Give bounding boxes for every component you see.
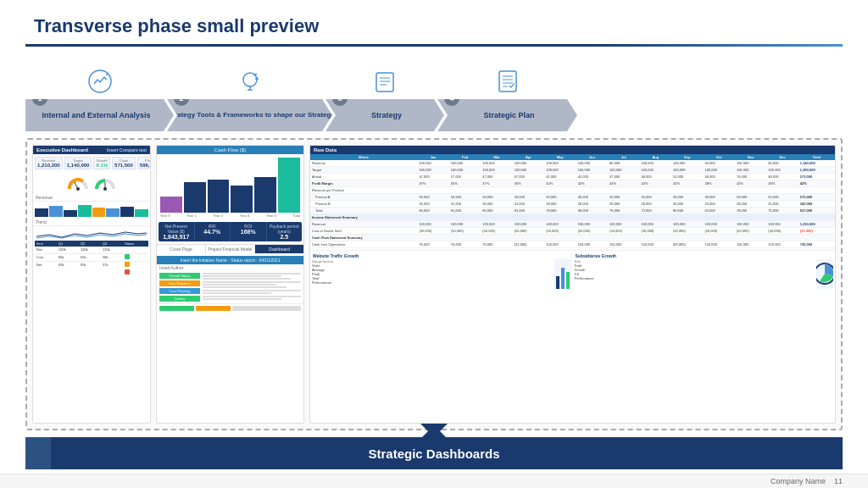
progress-green xyxy=(159,306,194,311)
cf-bar-3 xyxy=(231,186,253,214)
col-total: Total xyxy=(798,154,835,160)
gauge-labels: Gauge factors Visits Average Peak Total … xyxy=(312,259,571,290)
status-report-header: Insert the Initiative Name - Status repo… xyxy=(157,256,303,264)
bar-3 xyxy=(64,210,77,217)
col-dec: Dec xyxy=(766,154,798,160)
subsidiary-data: Sub Total Growth 3.0 Performance xyxy=(575,259,834,290)
kpi-npv: Net Present Value ($) 1,843,917 xyxy=(159,222,195,241)
gauge-1 xyxy=(66,174,90,192)
card4-header: Raw Data xyxy=(310,146,835,154)
col-jan: Jan xyxy=(417,154,448,160)
phase-2-icon xyxy=(237,69,263,94)
card1-line-chart xyxy=(33,226,150,239)
status-report-title: Insert the Initiative Name - Status repo… xyxy=(181,258,281,263)
col-header-1: Item xyxy=(36,241,58,246)
col-oct: Oct xyxy=(703,154,734,160)
card-cashflow: Cash Flow ($) Year 0 Year 1 xyxy=(156,145,304,424)
card1-title: Executive Dashboard xyxy=(36,147,88,152)
table-row: Revenue 100,000100,000100,000 100,000100… xyxy=(310,221,835,228)
card-executive-dashboard: Executive Dashboard Insert Compare text … xyxy=(32,145,151,424)
progress-orange xyxy=(196,306,231,311)
svg-rect-22 xyxy=(561,268,565,289)
banner-arrow xyxy=(420,425,448,439)
phase-1: 1 Internal and External Analysis xyxy=(25,65,174,131)
phase-3-arrow: 3 Strategy xyxy=(326,99,444,131)
bottom-chart-left: Website Traffic Growth Gauge factors Vis… xyxy=(312,252,571,290)
phase-4-arrow: 4 Strategic Plan xyxy=(437,99,577,131)
phase-4-icon xyxy=(495,69,520,94)
card-raw-data: Raw Data Metric Jan Feb Mar Apr May xyxy=(309,145,836,424)
tab-dashboard[interactable]: Dashboard xyxy=(255,245,303,253)
arrow-up xyxy=(420,425,448,439)
phase-2-number: 2 xyxy=(174,91,189,106)
phase-1-label: Internal and External Analysis xyxy=(42,111,150,120)
metric-growth: Growth 6.1% xyxy=(93,157,110,169)
col-sep: Sep xyxy=(671,154,703,160)
bar-2 xyxy=(49,206,63,217)
svg-rect-21 xyxy=(556,276,559,289)
card2-kpi-row: Net Present Value ($) 1,843,917 IRR 44.7… xyxy=(159,222,302,241)
cf-bar-2 xyxy=(208,180,230,213)
svg-rect-7 xyxy=(376,73,393,92)
svg-rect-11 xyxy=(499,71,516,92)
bottom-banner-text: Strategic Dashboards xyxy=(368,446,499,461)
footer-company: Company Name xyxy=(771,477,826,485)
card4-table: Metric Jan Feb Mar Apr May Jun Jul Aug S… xyxy=(310,154,835,248)
table-row: Product A 50,00050,00050,000 50,00050,00… xyxy=(310,194,835,201)
bottom-chart-right: Subsidiaries Growth Sub Total Growth 3.0… xyxy=(575,252,834,290)
card2-tabs: Cover Page Project Financial Model Dashb… xyxy=(157,244,303,253)
svg-line-1 xyxy=(106,73,108,75)
page-container: Transverse phase small preview 1 Interna… xyxy=(0,0,868,488)
tab-cover-page[interactable]: Cover Page xyxy=(157,245,206,253)
svg-rect-23 xyxy=(566,272,570,289)
phase-1-icon xyxy=(87,69,113,94)
kpi-irr-value: 44.7% xyxy=(197,229,229,235)
card1-sub: Insert Compare text xyxy=(107,147,147,152)
phase-4: 4 Strategic Plan xyxy=(437,65,577,131)
metric-revenue: Revenue 1,210,200 xyxy=(35,157,63,169)
kpi-irr-label: IRR xyxy=(197,224,229,229)
phase-2-arrow: 2 Strategy Tools & Frameworks to shape o… xyxy=(167,99,332,131)
phases-row: 1 Internal and External Analysis 2 xyxy=(25,55,843,131)
bar-8 xyxy=(135,209,148,217)
col-aug: Aug xyxy=(640,154,671,160)
metric-growth-value: 6.1% xyxy=(96,163,108,168)
card1-header: Executive Dashboard Insert Compare text xyxy=(33,146,150,154)
card1-table-header: Item Q1 Q2 Q3 Status xyxy=(35,241,148,247)
col-may: May xyxy=(544,154,576,160)
col-header-5: Status xyxy=(125,241,147,246)
kpi-payback: Payback period (years) 2.5 xyxy=(267,222,303,241)
col-mar: Mar xyxy=(481,154,512,160)
phase-3-number: 3 xyxy=(332,91,348,106)
status-quality: Quality xyxy=(159,296,200,302)
status-content xyxy=(203,273,301,302)
kpi-payback-value: 2.5 xyxy=(269,234,301,240)
footer: Company Name 11 xyxy=(0,474,868,488)
tab-project-financial[interactable]: Project Financial Model xyxy=(206,245,255,253)
status-com: Com Planning xyxy=(159,288,200,294)
table-row: Actual 47,00057,00047,000 67,00041,00042… xyxy=(310,174,835,180)
cf-bar-neg xyxy=(160,197,182,214)
phase-4-label: Strategic Plan xyxy=(483,111,534,120)
status-rows-container: Overall Status Kew Transfers Com Plannin… xyxy=(157,271,303,303)
status-bottom-bar xyxy=(157,303,303,313)
bar-1 xyxy=(35,208,48,217)
table-row: Profit Margin 47%56%47% 56%42%42% 42%42%… xyxy=(310,180,835,187)
metric-costs: Costs 571,500 xyxy=(112,157,136,169)
kpi-irr: IRR 44.7% xyxy=(195,222,231,241)
footer-page-number: 11 xyxy=(834,477,843,485)
kpi-roi-value: 168% xyxy=(232,229,264,235)
metric-profit-value: 596,300 xyxy=(140,163,151,168)
metric-target-value: 1,140,000 xyxy=(67,163,90,168)
traffic-chart-svg xyxy=(554,259,571,289)
table-row: Revenue 100,000100,000100,000 100,000100… xyxy=(310,160,835,167)
table-row: Income Statement Summary xyxy=(310,214,835,221)
chart-title-left: Website Traffic Growth xyxy=(312,252,571,259)
card2-status-section: Insert the Initiative Name - Status repo… xyxy=(157,256,303,313)
metric-revenue-value: 1,210,200 xyxy=(37,163,60,168)
phase-1-icon-area xyxy=(87,65,113,97)
metric-profit: Profit 596,300 xyxy=(137,157,151,169)
phase-2-icon-area xyxy=(237,65,263,97)
main-content: 1 Internal and External Analysis 2 xyxy=(0,47,868,474)
metric-target: Target 1,140,000 xyxy=(64,157,92,169)
